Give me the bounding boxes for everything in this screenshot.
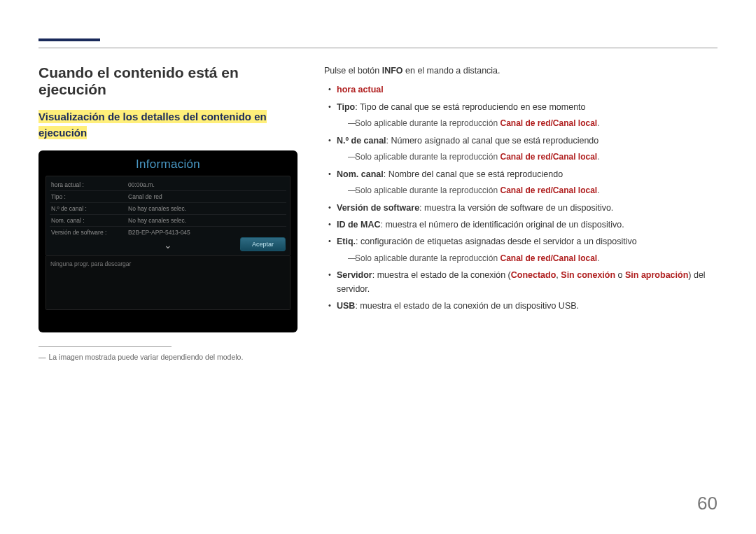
footnote-separator — [38, 346, 172, 347]
info-panel: hora actual : 00:00a.m. Tipo : Canal de … — [46, 176, 290, 256]
page-number: 60 — [697, 493, 718, 514]
serv-state: Conectado — [511, 270, 556, 280]
list-item: ID de MAC: muestra el número de identifi… — [330, 218, 718, 232]
sub-red2: Canal local — [553, 118, 597, 128]
item-text: : Tipo de canal que se está reproduciend… — [355, 102, 585, 112]
list-item: Nom. canal: Nombre del canal que se está… — [330, 168, 718, 197]
intro-post: en el mando a distancia. — [403, 66, 500, 76]
sub-note: ―Solo aplicable durante la reproducción … — [337, 150, 718, 164]
info-label: Nom. canal : — [51, 217, 128, 224]
section-heading: Cuando el contenido está en ejecución — [38, 64, 304, 98]
serv-state: Sin conexión — [561, 270, 615, 280]
left-column: Cuando el contenido está en ejecución Vi… — [38, 64, 304, 361]
item-bold: N.º de canal — [337, 136, 386, 146]
page-content: Cuando el contenido está en ejecución Vi… — [38, 64, 718, 361]
list-item: hora actual — [330, 83, 718, 97]
info-row: hora actual : 00:00a.m. — [50, 179, 286, 191]
item-text: : muestra el número de identificación or… — [381, 220, 624, 230]
sub-red1: Canal de red — [500, 152, 550, 162]
info-label: hora actual : — [51, 181, 128, 188]
intro-bold: INFO — [382, 66, 403, 76]
serv-state: Sin aprobación — [625, 270, 688, 280]
info-value: Canal de red — [128, 193, 212, 200]
info-value: B2B-EP-APP-5413-045 — [128, 229, 212, 236]
item-text: : Número asignado al canal que se está r… — [386, 136, 599, 146]
sub-pre: Solo aplicable durante la reproducción — [355, 185, 500, 195]
info-value: 00:00a.m. — [128, 181, 212, 188]
subsection-heading-wrap: Visualización de los detalles del conten… — [38, 109, 304, 141]
info-label: Tipo : — [51, 193, 128, 200]
accept-button[interactable]: Aceptar — [240, 237, 286, 251]
sub-dot: . — [597, 185, 599, 195]
info-row: Versión de software : B2B-EP-APP-5413-04… — [50, 227, 286, 238]
details-list: hora actual Tipo: Tipo de canal que se e… — [324, 83, 718, 313]
sub-red1: Canal de red — [500, 185, 550, 195]
info-row: N.º de canal : No hay canales selec. — [50, 203, 286, 215]
sub-pre: Solo aplicable durante la reproducción — [355, 253, 500, 263]
list-item: Tipo: Tipo de canal que se está reproduc… — [330, 101, 718, 130]
intro-pre: Pulse el botón — [324, 66, 382, 76]
sub-pre: Solo aplicable durante la reproducción — [355, 118, 500, 128]
dash-icon: ― — [348, 184, 355, 197]
intro-line: Pulse el botón INFO en el mando a distan… — [324, 64, 718, 78]
info-value: No hay canales selec. — [128, 217, 212, 224]
list-item: Servidor: muestra el estado de la conexi… — [330, 269, 718, 296]
item-bold: Servidor — [337, 270, 372, 280]
sub-red2: Canal local — [553, 253, 597, 263]
sub-dot: . — [597, 253, 599, 263]
download-status: Ninguna progr. para descargar — [46, 256, 290, 310]
info-value: No hay canales selec. — [128, 205, 212, 212]
info-label: N.º de canal : — [51, 205, 128, 212]
sub-red1: Canal de red — [500, 253, 550, 263]
info-label: Versión de software : — [51, 229, 128, 236]
sub-note: ―Solo aplicable durante la reproducción … — [337, 184, 718, 197]
item-text: : muestra el estado de la conexión de un… — [355, 301, 579, 311]
screenshot-title: Información — [46, 156, 290, 176]
item-bold: Nom. canal — [337, 169, 384, 179]
list-item: USB: muestra el estado de la conexión de… — [330, 300, 718, 313]
item-bold: Versión de software — [337, 203, 419, 213]
sub-red2: Canal local — [553, 185, 597, 195]
item-text: : muestra el estado de la conexión ( — [372, 270, 511, 280]
sub-dot: . — [597, 152, 599, 162]
info-row: Tipo : Canal de red — [50, 191, 286, 203]
list-item: Etiq.: configuración de etiquetas asigna… — [330, 235, 718, 265]
item-text: : configuración de etiquetas asignadas d… — [356, 237, 637, 246]
header-separator — [38, 48, 718, 48]
sub-pre: Solo aplicable durante la reproducción — [355, 152, 500, 162]
item-bold: USB — [337, 301, 355, 311]
item-bold: Etiq. — [337, 237, 356, 246]
item-text: : muestra la versión de software de un d… — [419, 203, 613, 213]
item-bold: ID de MAC — [337, 220, 381, 230]
footnote: ―La imagen mostrada puede variar dependi… — [38, 353, 304, 361]
sub-red1: Canal de red — [500, 118, 550, 128]
sub-red2: Canal local — [553, 152, 597, 162]
serv-o: o — [615, 270, 625, 280]
info-row: Nom. canal : No hay canales selec. — [50, 215, 286, 227]
item-bold: Tipo — [337, 102, 355, 112]
sub-note: ―Solo aplicable durante la reproducción … — [337, 252, 718, 265]
dash-icon: ― — [348, 150, 355, 164]
dash-icon: ― — [348, 117, 355, 130]
dash-icon: ― — [348, 252, 355, 265]
header-accent — [38, 38, 100, 41]
item-text: : Nombre del canal que se está reproduci… — [384, 169, 563, 179]
sub-dot: . — [597, 118, 599, 128]
item-hora: hora actual — [337, 85, 384, 94]
sub-note: ―Solo aplicable durante la reproducción … — [337, 117, 718, 130]
list-item: Versión de software: muestra la versión … — [330, 202, 718, 215]
subsection-heading: Visualización de los detalles del conten… — [38, 110, 267, 139]
right-column: Pulse el botón INFO en el mando a distan… — [324, 64, 718, 361]
device-screenshot: Información hora actual : 00:00a.m. Tipo… — [38, 150, 298, 332]
footnote-dash-icon: ― — [38, 353, 46, 361]
list-item: N.º de canal: Número asignado al canal q… — [330, 134, 718, 164]
footnote-text: La imagen mostrada puede variar dependie… — [49, 353, 244, 361]
